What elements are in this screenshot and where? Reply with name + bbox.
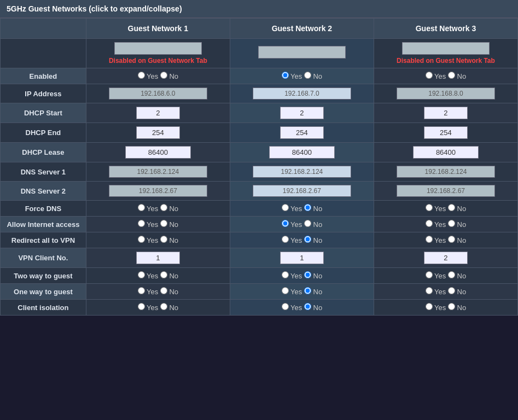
network1-one-way: Yes No: [86, 284, 230, 300]
dhcp-start-label: DHCP Start: [1, 103, 86, 123]
network3-name-input[interactable]: [402, 42, 490, 55]
network3-dhcp-start-input[interactable]: [424, 107, 468, 119]
network3-dns1-input[interactable]: [397, 166, 495, 178]
network1-client-isolation-no[interactable]: [160, 303, 167, 310]
network2-enabled-no-radio[interactable]: [304, 72, 311, 79]
network2-ip-cell: [230, 84, 374, 103]
network1-two-way-no[interactable]: [160, 271, 167, 278]
network1-enabled-no-radio[interactable]: [160, 72, 167, 79]
network3-allow-internet-yes[interactable]: [426, 220, 433, 227]
network2-vpn-client-input[interactable]: [280, 252, 324, 264]
network3-two-way-yes[interactable]: [426, 271, 433, 278]
network1-allow-internet-no[interactable]: [160, 220, 167, 227]
network3-redirect-vpn-yes[interactable]: [426, 236, 433, 243]
network3-client-isolation-no[interactable]: [448, 303, 455, 310]
network1-allow-internet-yes[interactable]: [138, 220, 145, 227]
network2-client-isolation-yes[interactable]: [282, 303, 289, 310]
network3-client-isolation-yes[interactable]: [426, 303, 433, 310]
network1-dhcp-start-cell: [86, 103, 230, 123]
network1-dhcp-start-input[interactable]: [136, 107, 180, 119]
network3-dhcp-lease-input[interactable]: [413, 146, 479, 159]
network2-dhcp-end-cell: [230, 123, 374, 143]
network3-allow-internet-no[interactable]: [448, 220, 455, 227]
network2-client-isolation-no[interactable]: [304, 303, 311, 310]
network2-dns1-input[interactable]: [253, 166, 351, 178]
network1-dns2-input[interactable]: [109, 185, 207, 197]
network3-dns2-input[interactable]: [397, 185, 495, 197]
network2-enabled-yes-radio[interactable]: [282, 72, 289, 79]
empty-header: [1, 19, 86, 39]
network3-enabled-no-label[interactable]: No: [448, 72, 466, 80]
network2-enabled-no-label[interactable]: No: [304, 72, 322, 80]
network3-two-way-no[interactable]: [448, 271, 455, 278]
network3-force-dns-no[interactable]: [448, 204, 455, 211]
network3-allow-internet: Yes No: [374, 217, 517, 232]
network3-one-way-yes[interactable]: [426, 287, 433, 294]
network1-client-isolation-yes[interactable]: [138, 303, 145, 310]
network2-dhcp-start-input[interactable]: [280, 107, 324, 119]
network2-force-dns-yes[interactable]: [282, 204, 289, 211]
network1-one-way-yes[interactable]: [138, 287, 145, 294]
network1-two-way: Yes No: [86, 268, 230, 284]
network1-redirect-vpn-no[interactable]: [160, 236, 167, 243]
network1-force-dns-no[interactable]: [160, 204, 167, 211]
network1-redirect-vpn-yes[interactable]: [138, 236, 145, 243]
network1-disabled-text: Disabled on Guest Network Tab: [91, 57, 225, 65]
network2-redirect-vpn: Yes No: [230, 232, 374, 248]
network1-one-way-no[interactable]: [160, 287, 167, 294]
network2-ip-input[interactable]: [253, 88, 351, 100]
network3-enabled-yes-radio[interactable]: [426, 72, 433, 79]
network3-vpn-client-input[interactable]: [424, 252, 468, 264]
network2-one-way-no[interactable]: [304, 287, 311, 294]
dns1-label: DNS Server 1: [1, 162, 86, 182]
network1-name-cell: Disabled on Guest Network Tab: [86, 39, 230, 68]
network1-enabled-yes-radio[interactable]: [138, 72, 145, 79]
network2-enabled-yes-label[interactable]: Yes: [282, 72, 304, 80]
network1-dns1-input[interactable]: [109, 166, 207, 178]
network1-allow-internet: Yes No: [86, 217, 230, 232]
network2-allow-internet-no[interactable]: [304, 220, 311, 227]
network2-name-input[interactable]: [258, 46, 346, 59]
network2-two-way-yes[interactable]: [282, 271, 289, 278]
network1-header: Guest Network 1: [86, 19, 230, 39]
network1-enabled-no-label[interactable]: No: [160, 72, 178, 80]
network1-dhcp-lease-input[interactable]: [125, 146, 191, 159]
allow-internet-label: Allow Internet access: [1, 217, 86, 232]
section-header[interactable]: 5GHz Guest Networks (click to expand/col…: [0, 0, 518, 18]
network1-ip-input[interactable]: [109, 88, 207, 100]
network3-enabled-no-radio[interactable]: [448, 72, 455, 79]
network3-ip-input[interactable]: [397, 88, 495, 100]
network1-redirect-vpn: Yes No: [86, 232, 230, 248]
network3-redirect-vpn: Yes No: [374, 232, 517, 248]
network1-enabled-yes-label[interactable]: Yes: [138, 72, 160, 80]
network2-force-dns-no[interactable]: [304, 204, 311, 211]
network2-redirect-vpn-yes[interactable]: [282, 236, 289, 243]
network1-dhcp-end-input[interactable]: [136, 126, 180, 139]
network1-force-dns-yes[interactable]: [138, 204, 145, 211]
network3-redirect-vpn-no[interactable]: [448, 236, 455, 243]
network3-dhcp-end-input[interactable]: [424, 126, 468, 139]
enabled-label: Enabled: [1, 68, 86, 84]
network2-allow-internet-yes[interactable]: [282, 220, 289, 227]
network2-client-isolation: Yes No: [230, 300, 374, 316]
network2-redirect-vpn-no[interactable]: [304, 236, 311, 243]
network1-name-input[interactable]: [114, 42, 202, 55]
network1-two-way-yes[interactable]: [138, 271, 145, 278]
network3-one-way-no[interactable]: [448, 287, 455, 294]
one-way-label: One way to guest: [1, 284, 86, 300]
network2-dhcp-end-input[interactable]: [280, 126, 324, 139]
network3-enabled-yes-label[interactable]: Yes: [426, 72, 448, 80]
network2-allow-internet: Yes No: [230, 217, 374, 232]
network3-force-dns: Yes No: [374, 201, 517, 217]
network2-dns2-input[interactable]: [253, 185, 351, 197]
network2-dhcp-lease-input[interactable]: [269, 146, 335, 159]
network2-one-way-yes[interactable]: [282, 287, 289, 294]
network2-dns2-cell: [230, 182, 374, 201]
network3-dhcp-start-cell: [374, 103, 517, 123]
network2-header: Guest Network 2: [230, 19, 374, 39]
network3-one-way: Yes No: [374, 284, 517, 300]
network1-vpn-client-input[interactable]: [136, 252, 180, 264]
network3-force-dns-yes[interactable]: [426, 204, 433, 211]
network2-two-way-no[interactable]: [304, 271, 311, 278]
network3-disabled-text: Disabled on Guest Network Tab: [379, 57, 513, 65]
